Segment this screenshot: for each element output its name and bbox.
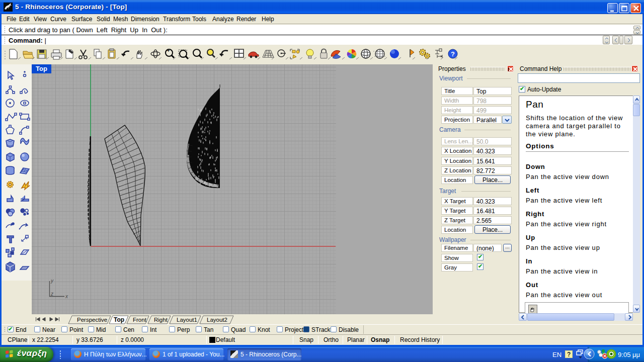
svg-text:Top: Top [114, 316, 124, 323]
svg-text:Layout1: Layout1 [177, 317, 197, 323]
svg-text:?: ? [451, 50, 455, 58]
svg-text:Front: Front [133, 317, 147, 323]
svg-text:z: z [50, 291, 53, 297]
svg-text:+: + [167, 48, 170, 53]
svg-text:Layout2: Layout2 [207, 317, 227, 323]
svg-text:Right: Right [154, 317, 168, 323]
svg-text:Perspective: Perspective [77, 317, 107, 323]
svg-text:x: x [65, 294, 68, 299]
svg-text:y: y [50, 278, 54, 284]
